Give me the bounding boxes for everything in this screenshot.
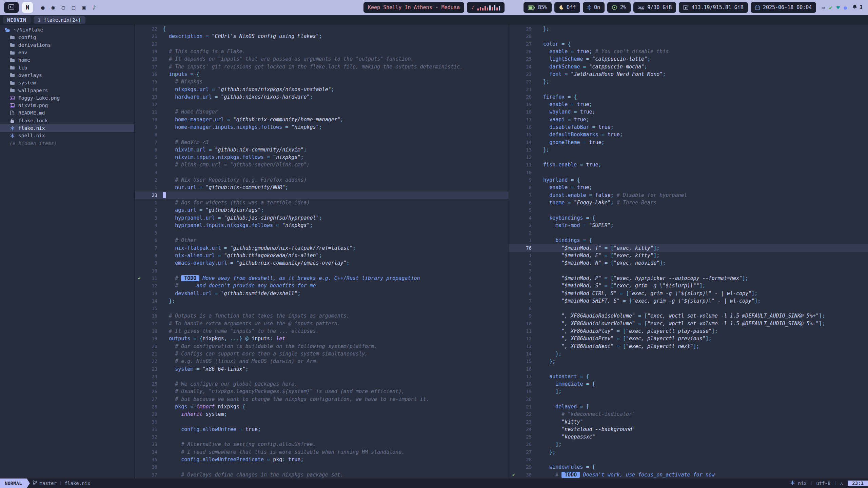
- code-line[interactable]: 6 "$mainMod CTRL, S" = ["exec, grim -g \…: [509, 289, 868, 297]
- code-line[interactable]: 11 # Home Manager: [135, 108, 509, 116]
- code-line[interactable]: ✔11 # TODO Move away from devshell, as i…: [135, 274, 509, 282]
- code-line[interactable]: 7 # NeoVim <3: [135, 138, 509, 146]
- code-line[interactable]: 26 ];: [509, 441, 868, 448]
- code-line[interactable]: 6 nixvim.url = "github:nix-community/nix…: [135, 146, 509, 154]
- code-line[interactable]: 25 lightScheme = "catppuccin-latte";: [509, 55, 868, 63]
- code-line[interactable]: 9 ", XF86AudioRaiseVolume" = ["exec, wpc…: [509, 312, 868, 320]
- code-line[interactable]: 28: [509, 456, 868, 463]
- code-line[interactable]: 22 # "kdeconnect-indicator": [509, 410, 868, 418]
- code-line[interactable]: 17 # The inputs' git revisions get locke…: [135, 63, 509, 70]
- now-playing-chip[interactable]: Keep Shelly In Athens - Medusa: [363, 2, 464, 13]
- code-line[interactable]: 29 windowrules = [: [509, 463, 868, 471]
- code-line[interactable]: 5 "$mainMod, S" = ["exec, grim -g \"$(sl…: [509, 282, 868, 289]
- workspace-icon-3[interactable]: ○: [62, 5, 65, 11]
- code-line[interactable]: 9 emacs-overlay.url = "github:nix-commun…: [135, 259, 509, 267]
- tree-item-overlays[interactable]: overlays: [0, 72, 134, 79]
- code-line[interactable]: 17 vaapi = true;: [509, 116, 868, 123]
- code-line[interactable]: 11 fish.enable = true;: [509, 161, 868, 168]
- code-line[interactable]: 15 # Nixpkgs: [135, 78, 509, 85]
- tree-item-README.md[interactable]: README.md: [0, 109, 134, 117]
- code-line[interactable]: ✔30 # TODO Doesn't work, use focus_on_ac…: [509, 471, 868, 479]
- code-line[interactable]: 6 theme = "Foggy-Lake"; # Three-Bears: [509, 199, 868, 206]
- code-line[interactable]: 8: [509, 305, 868, 312]
- code-line[interactable]: 5 nixvim.inputs.nixpkgs.follows = "nixpk…: [135, 154, 509, 161]
- code-line[interactable]: 8 nix-alien.url = "github:thiagokokada/n…: [135, 252, 509, 259]
- code-line[interactable]: 10: [135, 267, 509, 274]
- code-line[interactable]: 5: [509, 206, 868, 214]
- tree-item-env[interactable]: env: [0, 49, 134, 56]
- code-line[interactable]: 19 ];: [509, 388, 868, 395]
- code-line[interactable]: 20: [509, 395, 868, 403]
- code-line[interactable]: 8: [135, 131, 509, 138]
- code-line[interactable]: 29 };: [509, 25, 868, 33]
- code-line[interactable]: 12: [509, 154, 868, 161]
- code-line[interactable]: 3: [509, 267, 868, 274]
- code-line[interactable]: 12: [135, 101, 509, 108]
- code-line[interactable]: 25 "keepassxc": [509, 433, 868, 441]
- code-line[interactable]: 14 nixpkgs.url = "github:nixos/nixpkgs/n…: [135, 85, 509, 93]
- code-line[interactable]: 7 "$mainMod SHIFT, S" = ["exec, grim -g …: [509, 297, 868, 305]
- code-line[interactable]: 15 };: [509, 358, 868, 365]
- code-line[interactable]: 13 hardware.url = "github:nixos/nixos-ha…: [135, 93, 509, 101]
- code-line[interactable]: 28 pkgs = import nixpkgs {: [135, 403, 509, 410]
- code-line[interactable]: 4 # blink-cmp.url = "github:saghen/blink…: [135, 161, 509, 168]
- workspace-icon-5[interactable]: ▣: [82, 5, 85, 11]
- status-chip-disk[interactable]: 413.19/915.81 GiB: [679, 2, 748, 13]
- code-line[interactable]: 19 outputs = {nixpkgs, ...} @ inputs: le…: [135, 335, 509, 342]
- status-chip-cpu[interactable]: 2%: [607, 2, 631, 13]
- code-line[interactable]: 24 "nextcloud --background": [509, 426, 868, 433]
- tree-item-derivations[interactable]: derivations: [0, 41, 134, 49]
- code-line[interactable]: 22{: [135, 25, 509, 33]
- tray-icon-mail[interactable]: ✉: [822, 4, 825, 11]
- code-line[interactable]: 26 # Usually, "nixpkgs.legacyPackages.${…: [135, 388, 509, 395]
- code-line[interactable]: 8 enable = true;: [509, 184, 868, 191]
- code-line[interactable]: 18 immediate = [: [509, 380, 868, 388]
- code-line[interactable]: 21 # Configs can support more than a sin…: [135, 350, 509, 358]
- code-line[interactable]: 1 # Ags for widgets (this was a terrible…: [135, 199, 509, 206]
- code-line[interactable]: 11 ", XF86AudioPlay" = ["exec, playerctl…: [509, 327, 868, 335]
- code-line[interactable]: 24 darkScheme = "catppuccin-mocha";: [509, 63, 868, 70]
- code-line[interactable]: 26 enable = true; # You can't disable th…: [509, 48, 868, 55]
- code-line[interactable]: 29 inherit system;: [135, 410, 509, 418]
- code-line[interactable]: 23 "kitty": [509, 418, 868, 425]
- code-line[interactable]: 10 ", XF86AudioLowerVolume" = ["exec, wp…: [509, 320, 868, 327]
- code-line[interactable]: 18 # It gives the name "inputs" to the .…: [135, 327, 509, 335]
- code-line[interactable]: 17 autostart = {: [509, 373, 868, 380]
- code-line[interactable]: 9 hyprland = {: [509, 176, 868, 184]
- tree-root[interactable]: ~/NixFlake: [0, 26, 134, 34]
- code-line[interactable]: 1 "$mainMod, E" = ["exec, kitty"];: [509, 252, 868, 259]
- code-line[interactable]: 19 enable = true;: [509, 101, 868, 108]
- code-line[interactable]: 2: [509, 229, 868, 237]
- code-line[interactable]: 22 };: [509, 78, 868, 85]
- code-line[interactable]: 21 description = "ChUrl's NixOS config u…: [135, 33, 509, 40]
- tree-item-lib[interactable]: lib: [0, 64, 134, 71]
- notification-counter[interactable]: 3: [852, 4, 864, 11]
- workspace-icon-6[interactable]: ♪: [93, 5, 96, 11]
- code-line[interactable]: 22 # e.g. NixOS (linux) and MacOS (darwi…: [135, 358, 509, 365]
- terminal-launcher[interactable]: [4, 2, 19, 13]
- code-line[interactable]: 15: [135, 305, 509, 312]
- code-line[interactable]: 18 # It depends on "inputs" that are pas…: [135, 55, 509, 63]
- code-line[interactable]: 16 disableTabBar = true;: [509, 123, 868, 131]
- tray-icon-nextcloud[interactable]: ●: [844, 4, 847, 11]
- code-line[interactable]: 10 home-manager.url = "github:nix-commun…: [135, 116, 509, 123]
- code-line[interactable]: 6 # Other: [135, 237, 509, 244]
- code-line[interactable]: 3 hyprpanel.url = "github:jas-singhfsu/h…: [135, 214, 509, 221]
- code-line[interactable]: 3 main-mod = "SUPER";: [509, 222, 868, 229]
- code-line[interactable]: 23 system = "x86_64-linux";: [135, 365, 509, 372]
- code-line[interactable]: 2 ags.url = "github:Aylur/ags";: [135, 206, 509, 214]
- workspace-icon-1[interactable]: ●: [41, 5, 44, 11]
- status-chip-dnd[interactable]: Off: [554, 2, 580, 13]
- tree-item-flake.nix[interactable]: flake.nix: [0, 124, 134, 132]
- tray-icon-keepassxc[interactable]: ♥: [836, 4, 840, 11]
- code-line[interactable]: 20 # Our configuration is buildable on t…: [135, 342, 509, 350]
- code-line[interactable]: 21: [509, 85, 868, 93]
- active-app-chip[interactable]: N: [22, 2, 33, 13]
- code-line[interactable]: 7 nix-flatpak.url = "github:gmodena/nix-…: [135, 244, 509, 252]
- code-line[interactable]: 19 # This config is a Flake.: [135, 48, 509, 55]
- code-line[interactable]: 31 config.allowUnfree = true;: [135, 426, 509, 433]
- git-branch[interactable]: master ): [33, 480, 62, 486]
- code-line[interactable]: 9 home-manager.inputs.nixpkgs.follows = …: [135, 123, 509, 131]
- code-line[interactable]: 23: [135, 191, 509, 199]
- tree-item-system[interactable]: system: [0, 79, 134, 86]
